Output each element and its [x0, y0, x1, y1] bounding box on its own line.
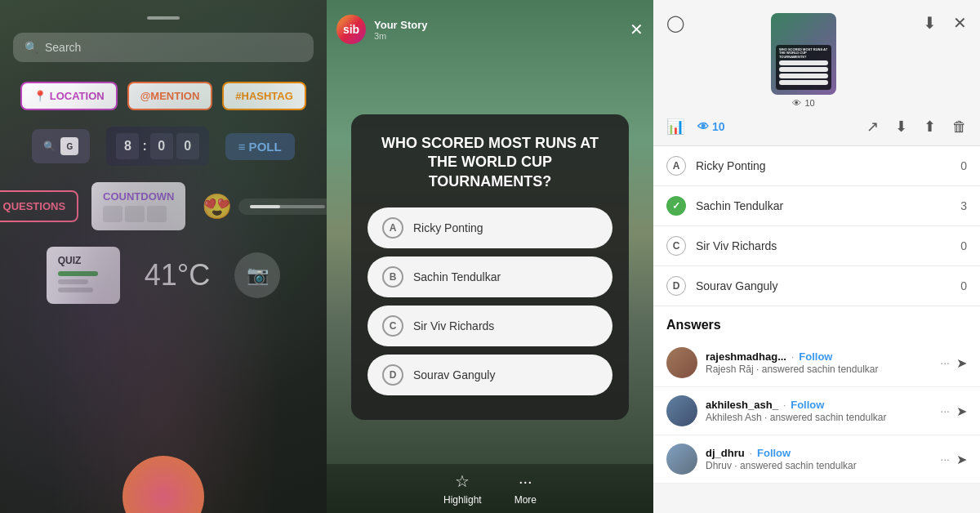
slider-track	[250, 205, 325, 208]
user-handle-2: akhilesh_ash_	[706, 399, 778, 411]
gif-sticker[interactable]: 🔍 G	[32, 129, 90, 163]
bottom-circle	[122, 456, 204, 513]
more-button[interactable]: ··· More	[514, 472, 537, 506]
more-dots-1[interactable]: ···	[940, 356, 950, 369]
highlight-icon: ☆	[455, 471, 470, 491]
user-avatar-2	[666, 395, 697, 426]
search-placeholder: Search	[45, 41, 81, 54]
story-username: Your Story	[374, 19, 621, 31]
story-panel: sib Your Story 3m ✕ WHO SCORED MOST RUNS…	[327, 0, 653, 513]
answer-row-c: C Sir Viv Richards 0	[653, 226, 980, 266]
analytics-top: ◯ WHO SCORED MOST RUNS AT THE WORLD CUP …	[653, 0, 980, 108]
search-icon: 🔍	[24, 41, 38, 54]
answer-count-b: 3	[960, 199, 967, 212]
user-avatar-3	[666, 444, 697, 475]
follow-button-3[interactable]: Follow	[757, 447, 791, 459]
emoji-sticker[interactable]: 😍	[202, 192, 232, 221]
user-handle-3: dj_dhru	[706, 447, 745, 459]
analytics-icon-row: ◯	[666, 13, 684, 33]
send-icon-3[interactable]: ➤	[956, 452, 967, 467]
countdown-boxes	[103, 206, 174, 222]
option-text-b: Sachin Tendulkar	[413, 270, 501, 283]
more-dots-2[interactable]: ···	[940, 404, 950, 417]
save-icon[interactable]: ⬇	[895, 118, 907, 136]
story-thumbnail[interactable]: WHO SCORED MOST RUNS AT THE WORLD CUP TO…	[771, 13, 836, 95]
follow-button-1[interactable]: Follow	[799, 350, 832, 363]
analytics-actions-bar: 📊 👁 10 ↗ ⬇ ⬆ 🗑	[653, 108, 980, 146]
thumb-content: WHO SCORED MOST RUNS AT THE WORLD CUP TO…	[771, 13, 836, 95]
hashtag-sticker[interactable]: #HASHTAG	[222, 82, 306, 110]
analytics-top-right-icons: ⬇ ✕	[923, 13, 967, 33]
actions-right: ↗ ⬇ ⬆ 🗑	[866, 118, 967, 136]
count-minutes: 0	[150, 133, 173, 159]
user-handle-1: rajeshmadhag...	[706, 350, 786, 363]
slider-sticker[interactable]	[238, 199, 327, 215]
quiz-bar-3	[58, 288, 93, 292]
share-icon[interactable]: ⬆	[924, 118, 936, 136]
eye-icon-blue: 👁	[697, 120, 709, 133]
answer-row-a: A Ricky Ponting 0	[653, 146, 980, 186]
story-header: sib Your Story 3m ✕	[327, 15, 653, 44]
countdown-mini-sticker[interactable]: 8 : 0 0	[106, 127, 208, 166]
quiz-sticker[interactable]: QUIZ	[47, 247, 120, 304]
answer-letter-d: D	[666, 276, 686, 296]
dot-sep-1: ·	[791, 351, 794, 363]
close-analytics-icon[interactable]: ✕	[953, 13, 967, 33]
send-icon-1[interactable]: ➤	[956, 355, 967, 371]
countdown-label: COUNTDOWN	[103, 190, 174, 203]
quiz-option-b[interactable]: B Sachin Tendulkar	[368, 256, 612, 297]
questions-sticker[interactable]: QUESTIONS	[0, 190, 78, 222]
quiz-option-a[interactable]: A Ricky Ponting	[368, 207, 612, 248]
answer-count-d: 0	[960, 279, 967, 292]
poll-sticker[interactable]: ≡ POLL	[225, 133, 295, 160]
count-hours: 8	[116, 133, 139, 159]
views-count-number: 10	[712, 120, 725, 133]
user-name-row-2: akhilesh_ash_ · Follow	[706, 399, 932, 411]
option-letter-c: C	[382, 315, 403, 337]
option-letter-a: A	[382, 217, 403, 239]
more-label: More	[514, 494, 537, 506]
answers-list: A Ricky Ponting 0 ✓ Sachin Tendulkar 3 C…	[653, 146, 980, 513]
user-actions-1: ··· ➤	[940, 355, 967, 371]
camera-icon: 📷	[247, 265, 269, 286]
download-icon[interactable]: ⬇	[923, 13, 937, 33]
answer-row-d: D Sourav Ganguly 0	[653, 266, 980, 306]
countdown-sticker[interactable]: COUNTDOWN	[91, 182, 185, 230]
answer-name-b: Sachin Tendulkar	[696, 199, 951, 212]
story-avatar: sib	[336, 15, 366, 44]
close-icon[interactable]: ✕	[630, 20, 644, 39]
thumb-quiz-mini: WHO SCORED MOST RUNS AT THE WORLD CUP TO…	[776, 45, 831, 90]
quiz-bar-2	[58, 279, 88, 284]
quiz-option-d[interactable]: D Sourav Ganguly	[368, 355, 612, 395]
search-bar[interactable]: 🔍 Search	[13, 33, 314, 62]
camera-sticker[interactable]: 📷	[234, 252, 280, 298]
location-sticker[interactable]: 📍 LOCATION	[20, 82, 118, 110]
sticker-row-tags: 📍 LOCATION @MENTION #HASHTAG	[20, 82, 306, 110]
avatar-img-1	[666, 347, 697, 378]
gif-search-icon: 🔍	[43, 141, 56, 152]
user-info-1: rajeshmadhag... · Follow Rajesh Rāj · an…	[706, 350, 932, 375]
highlight-button[interactable]: ☆ Highlight	[443, 471, 482, 506]
user-answer-text-3: Dhruv · answered sachin tendulkar	[706, 460, 932, 471]
user-answer-row-1: rajeshmadhag... · Follow Rajesh Rāj · an…	[653, 339, 980, 387]
delete-icon[interactable]: 🗑	[952, 118, 967, 136]
answer-count-c: 0	[960, 239, 967, 252]
trend-icon[interactable]: ↗	[866, 118, 879, 136]
thumb-option-4	[779, 80, 828, 85]
answer-row-b: ✓ Sachin Tendulkar 3	[653, 186, 980, 226]
answer-letter-a: A	[666, 156, 686, 176]
mention-sticker[interactable]: @MENTION	[127, 82, 213, 110]
story-time: 3m	[374, 31, 621, 41]
send-icon-2[interactable]: ➤	[956, 404, 967, 419]
quiz-bar-1	[58, 271, 99, 276]
user-answer-text-2: Akhilesh Ash · answered sachin tendulkar	[706, 412, 932, 423]
answer-name-a: Ricky Ponting	[696, 159, 951, 172]
follow-button-2[interactable]: Follow	[791, 399, 824, 411]
count-seconds: 0	[176, 133, 199, 159]
story-user-info: Your Story 3m	[374, 19, 621, 41]
temperature-sticker[interactable]: 41°C	[145, 258, 210, 292]
more-dots-3[interactable]: ···	[940, 453, 950, 466]
quiz-option-c[interactable]: C Sir Viv Richards	[368, 306, 612, 346]
views-number: 10	[804, 98, 814, 108]
eye-icon: 👁	[792, 98, 801, 108]
